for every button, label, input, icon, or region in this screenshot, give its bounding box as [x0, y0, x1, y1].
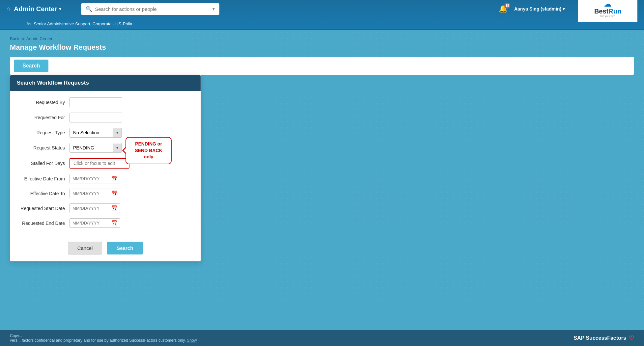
effective-date-from-row: Effective Date From 📅 [17, 174, 194, 183]
footer-copy: Copy... [10, 333, 22, 338]
footer-show-link[interactable]: Show [187, 338, 197, 343]
stalled-days-label: Stalled For Days [17, 161, 70, 166]
requested-start-date-wrapper: 📅 [70, 203, 120, 213]
search-dropdown-arrow[interactable]: ▾ [212, 6, 215, 12]
top-navigation: ⌂ Admin Center ▾ 🔍 ▾ 🔔 15 Aanya Sing (sf… [0, 0, 644, 30]
heart-icon: ♡ [629, 334, 634, 342]
page-title: Manage Workflow Requests [10, 43, 634, 52]
request-type-label: Request Type [17, 130, 70, 135]
user-name: Aanya Sing (sfadmin) [514, 6, 561, 12]
requested-by-row: Requested By [17, 97, 194, 107]
requested-for-input[interactable] [70, 113, 122, 122]
requested-end-date-wrapper: 📅 [70, 218, 120, 228]
search-button-main[interactable]: Search [14, 60, 48, 72]
search-workflow-panel: Search Workflow Requests Requested By Re… [10, 75, 201, 261]
effective-date-from-label: Effective Date From [17, 176, 70, 181]
requested-end-date-input[interactable] [70, 219, 109, 227]
calendar-end-icon[interactable]: 📅 [109, 219, 120, 227]
cancel-button[interactable]: Cancel [68, 242, 102, 254]
effective-date-to-input[interactable] [70, 189, 109, 198]
request-status-select[interactable]: PENDING [70, 143, 113, 152]
calendar-from-icon[interactable]: 📅 [109, 174, 120, 183]
global-search-bar: 🔍 ▾ [81, 3, 219, 15]
admin-center-title: Admin Center [14, 5, 57, 13]
cloud-icon: ☁ [604, 0, 612, 8]
effective-date-to-wrapper: 📅 [70, 189, 120, 198]
callout-wrapper: PENDING ▾ PENDING or SEND BACK only [70, 143, 122, 153]
panel-footer: Cancel Search [10, 236, 201, 261]
footer-confidential: factors confidential and proprietary and… [22, 338, 186, 343]
callout-bubble: PENDING or SEND BACK only [126, 137, 172, 164]
brand-best: Best [594, 8, 608, 15]
requested-end-date-row: Requested End Date 📅 [17, 218, 194, 228]
request-status-select-wrapper: PENDING ▾ [70, 143, 122, 153]
request-type-select[interactable]: No Selection [70, 128, 113, 137]
effective-date-to-label: Effective Date To [17, 191, 70, 196]
requested-for-row: Requested For [17, 113, 194, 122]
main-content: Back to: Admin Center Manage Workflow Re… [0, 30, 644, 81]
home-icon[interactable]: ⌂ [7, 5, 11, 13]
breadcrumb[interactable]: Back to: Admin Center [10, 36, 634, 41]
footer-version: vers... [10, 338, 21, 343]
calendar-start-icon[interactable]: 📅 [109, 204, 120, 213]
search-bar-row: Search Search Workflow Requests Requeste… [10, 57, 634, 75]
requested-start-date-input[interactable] [70, 204, 109, 213]
request-type-select-wrapper: No Selection ▾ [70, 128, 122, 138]
brand-slogan: for your sth [600, 14, 615, 18]
request-status-row: Request Status PENDING ▾ PENDING or [17, 143, 194, 153]
brand-run: Run [608, 8, 621, 15]
requested-end-date-label: Requested End Date [17, 221, 70, 226]
request-type-dropdown-arrow[interactable]: ▾ [113, 128, 122, 137]
footer-brand: SAP SuccessFactors [574, 335, 626, 341]
admin-center-caret[interactable]: ▾ [59, 6, 61, 12]
panel-body: Requested By Requested For Request Type … [10, 91, 201, 236]
callout-text: PENDING or SEND BACK only [135, 141, 162, 159]
as-user-text: As: Senior Administrative Support, Corpo… [26, 21, 136, 26]
search-icon: 🔍 [86, 6, 92, 12]
notification-count: 15 [504, 3, 510, 9]
effective-date-from-wrapper: 📅 [70, 174, 120, 183]
requested-start-date-row: Requested Start Date 📅 [17, 203, 194, 213]
effective-date-from-input[interactable] [70, 174, 109, 183]
stalled-days-input[interactable] [70, 159, 129, 168]
requested-by-input[interactable] [70, 97, 122, 107]
requested-by-label: Requested By [17, 100, 70, 105]
user-info-dropdown[interactable]: Aanya Sing (sfadmin) ▾ [514, 6, 565, 12]
notification-bell-wrapper: 🔔 15 [499, 5, 508, 13]
stalled-days-input-wrapper [70, 158, 129, 169]
requested-for-label: Requested For [17, 115, 70, 120]
footer-right: SAP SuccessFactors ♡ [574, 334, 634, 342]
page-footer: Copy... vers... factors confidential and… [0, 330, 644, 346]
global-search-input[interactable] [95, 6, 194, 12]
footer-left: Copy... vers... factors confidential and… [10, 333, 197, 343]
search-button[interactable]: Search [107, 242, 143, 254]
panel-header: Search Workflow Requests [10, 75, 201, 91]
calendar-to-icon[interactable]: 📅 [109, 189, 120, 198]
brand-name: BestRun [594, 8, 621, 14]
requested-start-date-label: Requested Start Date [17, 206, 70, 211]
effective-date-to-row: Effective Date To 📅 [17, 189, 194, 198]
user-caret: ▾ [563, 6, 565, 12]
request-status-label: Request Status [17, 145, 70, 150]
request-type-row: Request Type No Selection ▾ [17, 128, 194, 138]
